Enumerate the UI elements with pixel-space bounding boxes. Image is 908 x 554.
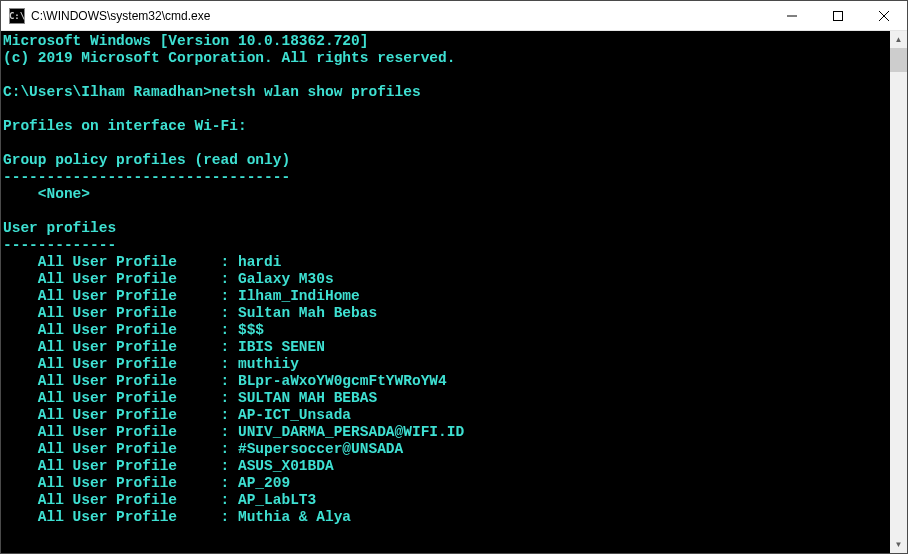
scroll-up-arrow-icon[interactable]: ▲ bbox=[890, 31, 907, 48]
window-titlebar: C:\ C:\WINDOWS\system32\cmd.exe bbox=[1, 1, 907, 31]
maximize-icon bbox=[833, 11, 843, 21]
vertical-scrollbar[interactable]: ▲ ▼ bbox=[890, 31, 907, 553]
window-controls bbox=[769, 1, 907, 30]
minimize-icon bbox=[787, 11, 797, 21]
close-button[interactable] bbox=[861, 1, 907, 30]
cmd-icon: C:\ bbox=[9, 8, 25, 24]
window-title: C:\WINDOWS\system32\cmd.exe bbox=[31, 9, 769, 23]
console-area: Microsoft Windows [Version 10.0.18362.72… bbox=[1, 31, 907, 553]
maximize-button[interactable] bbox=[815, 1, 861, 30]
svg-rect-1 bbox=[834, 11, 843, 20]
scroll-thumb[interactable] bbox=[890, 48, 907, 72]
scroll-down-arrow-icon[interactable]: ▼ bbox=[890, 536, 907, 553]
console-output[interactable]: Microsoft Windows [Version 10.0.18362.72… bbox=[1, 31, 890, 553]
minimize-button[interactable] bbox=[769, 1, 815, 30]
close-icon bbox=[879, 11, 889, 21]
